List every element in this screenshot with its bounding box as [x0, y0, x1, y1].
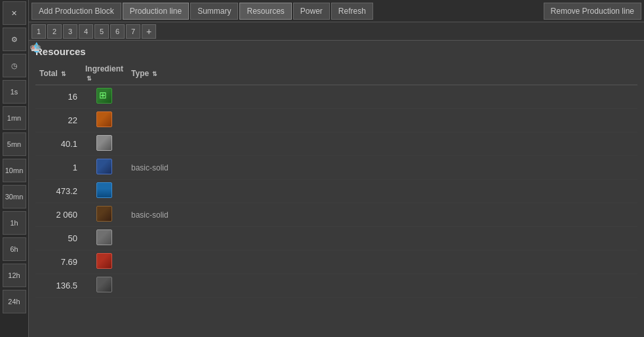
table-row: 50 — [35, 227, 637, 250]
cell-icon — [81, 85, 127, 109]
cell-type — [127, 250, 637, 274]
tab-6[interactable]: 6 — [110, 24, 125, 39]
time-button-5mn[interactable]: 5mn — [3, 132, 26, 156]
add-production-block-button[interactable]: Add Production Block — [31, 3, 121, 20]
table-row: 22 — [35, 109, 637, 132]
settings-button[interactable]: ⚙ — [3, 28, 26, 51]
table-row: 7.69 — [35, 250, 637, 274]
remove-production-line-button[interactable]: Remove Production line — [544, 3, 641, 20]
cell-type: basic-solid — [127, 203, 637, 227]
cell-total: 136.5 — [35, 274, 81, 298]
section-title: Resources — [35, 46, 637, 57]
table-header-row: Total ⇅Ingredient ⇅Type ⇅ — [35, 62, 637, 85]
cell-icon — [81, 274, 127, 298]
sidebar: ✕ ⚙ ◷ 1s1mn5mn10mn30mn1h6h12h24h — [0, 0, 29, 337]
refresh-button[interactable]: Refresh — [331, 3, 373, 20]
cell-icon — [81, 227, 127, 250]
ore-icon — [96, 206, 112, 222]
plate-icon — [96, 253, 112, 269]
time-button-12h[interactable]: 12h — [3, 264, 26, 287]
topbar: Add Production Block Production line Sum… — [29, 0, 644, 22]
cell-type — [127, 109, 637, 132]
cell-type — [127, 132, 637, 156]
tab-7[interactable]: 7 — [126, 24, 140, 39]
cell-total: 50 — [35, 227, 81, 250]
col-header-total[interactable]: Total ⇅ — [35, 62, 81, 85]
power-button[interactable]: Power — [293, 3, 330, 20]
balls-icon — [96, 277, 112, 292]
tab-5[interactable]: 5 — [94, 24, 109, 39]
mineral-icon — [96, 159, 112, 174]
tabbar: 1234567+ — [29, 22, 644, 41]
resources-table: Total ⇅Ingredient ⇅Type ⇅ 162240.11basic… — [35, 62, 637, 298]
cell-icon — [81, 156, 127, 180]
cell-icon — [81, 109, 127, 132]
cell-type — [127, 227, 637, 250]
sort-icon: ⇅ — [61, 71, 66, 77]
cell-total: 22 — [35, 109, 81, 132]
cell-total: 473.2 — [35, 180, 81, 203]
tab-1[interactable]: 1 — [31, 24, 46, 39]
table-row: 40.1 — [35, 132, 637, 156]
cell-icon — [81, 203, 127, 227]
table-row: 2 060basic-solid — [35, 203, 637, 227]
cell-type — [127, 85, 637, 109]
time-button-24h[interactable]: 24h — [3, 290, 26, 313]
time-button-1s[interactable]: 1s — [3, 80, 26, 104]
cell-total: 16 — [35, 85, 81, 109]
time-button-1mn[interactable]: 1mn — [3, 106, 26, 130]
main-content: Resources Total ⇅Ingredient ⇅Type ⇅ 1622… — [29, 41, 644, 337]
table-row: 1basic-solid — [35, 156, 637, 180]
beam-icon — [96, 229, 112, 245]
time-button-6h[interactable]: 6h — [3, 237, 26, 261]
time-button-10mn[interactable]: 10mn — [3, 159, 26, 182]
summary-button[interactable]: Summary — [190, 3, 238, 20]
cell-icon — [81, 132, 127, 156]
tab-3[interactable]: 3 — [63, 24, 77, 39]
circuit-icon — [96, 88, 112, 104]
col-header-ingredient[interactable]: Ingredient ⇅ — [81, 62, 127, 85]
cell-icon — [81, 250, 127, 274]
table-row: 473.2 — [35, 180, 637, 203]
production-line-button[interactable]: Production line — [123, 3, 189, 20]
cell-type — [127, 180, 637, 203]
sort-icon: ⇅ — [87, 75, 92, 82]
table-row: 136.5 — [35, 274, 637, 298]
cell-total: 1 — [35, 156, 81, 180]
time-button-1h[interactable]: 1h — [3, 211, 26, 235]
close-button[interactable]: ✕ — [3, 1, 26, 25]
sort-icon: ⇅ — [152, 71, 157, 77]
resources-button[interactable]: Resources — [239, 3, 291, 20]
water-icon — [96, 182, 112, 198]
tab-4[interactable]: 4 — [79, 24, 93, 39]
col-header-type[interactable]: Type ⇅ — [127, 62, 637, 85]
cell-type: basic-solid — [127, 156, 637, 180]
cell-type — [127, 274, 637, 298]
copper-icon — [96, 111, 112, 127]
cell-total: 7.69 — [35, 250, 81, 274]
add-tab-button[interactable]: + — [142, 24, 156, 39]
table-row: 16 — [35, 85, 637, 109]
cell-total: 40.1 — [35, 132, 81, 156]
clock-button[interactable]: ◷ — [3, 54, 26, 77]
time-button-30mn[interactable]: 30mn — [3, 185, 26, 208]
cell-icon — [81, 180, 127, 203]
tab-2[interactable]: 2 — [47, 24, 62, 39]
stone-icon — [96, 135, 112, 151]
cell-total: 2 060 — [35, 203, 81, 227]
